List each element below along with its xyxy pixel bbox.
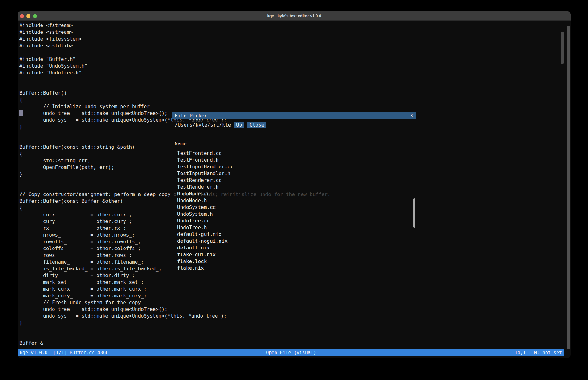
app-window: kge - kyle's text editor v1.0.0 #include… <box>18 11 571 358</box>
code-line: #include "UndoTree.h" <box>19 69 330 76</box>
file-picker-dialog: File Picker X /Users/kyle/src/kte Up Clo… <box>172 112 416 265</box>
editor-scrollbar-thumb[interactable] <box>561 32 564 64</box>
editor-scrollbar-track[interactable] <box>567 26 570 349</box>
file-list-item[interactable]: TestInputHandler.cc <box>174 163 414 170</box>
minimize-window-icon[interactable] <box>26 14 30 18</box>
file-list-item[interactable]: UndoTree.h <box>174 224 414 231</box>
file-list-item[interactable]: default-gui.nix <box>174 231 414 238</box>
file-list-item[interactable]: UndoSystem.h <box>174 211 414 217</box>
code-line <box>19 333 330 340</box>
window-titlebar: kge - kyle's text editor v1.0.0 <box>18 11 571 21</box>
status-bar: kge v1.0.0 [1/1] Buffer.cc 486L Open Fil… <box>18 349 564 356</box>
code-line: mark_set_ = other.mark_set_; <box>19 279 330 286</box>
file-list-item[interactable]: default-nogui.nix <box>174 238 414 245</box>
code-line: #include <fstream> <box>19 22 330 29</box>
code-line: mark_cury_ = other.mark_cury_; <box>19 292 330 299</box>
code-line: // Fresh undo system for the copy <box>19 299 330 306</box>
code-line: #include <sstream> <box>19 29 330 36</box>
current-path: /Users/kyle/src/kte <box>175 122 231 128</box>
code-line: // Initialize undo system per buffer <box>19 103 330 110</box>
dialog-close-icon[interactable]: X <box>410 113 416 119</box>
code-line: #include "Buffer.h" <box>19 56 330 63</box>
file-picker-body: /Users/kyle/src/kte Up Close Name TestFr… <box>172 120 416 265</box>
path-row: /Users/kyle/src/kte Up Close <box>175 122 266 128</box>
close-button[interactable]: Close <box>247 122 266 128</box>
status-mode: Open File (visual) <box>18 350 564 355</box>
file-list: TestFrontend.ccTestFrontend.hTestInputHa… <box>174 148 414 271</box>
file-list-item[interactable]: TestInputHandler.h <box>174 170 414 177</box>
file-picker-titlebar[interactable]: File Picker X <box>172 112 416 119</box>
file-list-item[interactable]: UndoTree.cc <box>174 217 414 224</box>
file-list-item[interactable]: TestRenderer.h <box>174 184 414 190</box>
header-separator <box>172 139 416 139</box>
file-rows: TestFrontend.ccTestFrontend.hTestInputHa… <box>174 150 414 271</box>
file-list-item[interactable]: flake-gui.nix <box>174 251 414 258</box>
traffic-lights <box>20 14 37 18</box>
code-line <box>19 83 330 90</box>
code-line: Buffer & <box>19 340 330 347</box>
code-line <box>19 326 330 333</box>
window-title: kge - kyle's text editor v1.0.0 <box>267 14 321 18</box>
file-list-item[interactable]: TestRenderer.cc <box>174 177 414 184</box>
file-picker-title: File Picker <box>172 113 207 119</box>
code-line: #include "UndoSystem.h" <box>19 63 330 69</box>
file-list-item[interactable]: flake.lock <box>174 258 414 265</box>
code-line: undo_sys_ = std::make_unique<UndoSystem>… <box>19 313 330 319</box>
file-list-item[interactable]: UndoNode.h <box>174 197 414 204</box>
code-line <box>19 49 330 56</box>
code-line: Buffer::Buffer() <box>19 90 330 96</box>
code-line: #include <cstdlib> <box>19 42 330 49</box>
code-line: } <box>19 319 330 326</box>
code-line: #include <filesystem> <box>19 36 330 42</box>
file-list-item[interactable]: default.nix <box>174 245 414 251</box>
file-list-item[interactable]: TestFrontend.cc <box>174 150 414 157</box>
code-line: mark_curx_ = other.mark_curx_; <box>19 286 330 292</box>
name-column-header: Name <box>175 141 187 147</box>
code-line: { <box>19 96 330 103</box>
code-line: dirty_ = other.dirty_; <box>19 272 330 279</box>
file-list-item[interactable]: TestFrontend.h <box>174 157 414 163</box>
code-line <box>19 76 330 83</box>
text-cursor <box>19 110 23 116</box>
close-window-icon[interactable] <box>20 14 24 18</box>
code-line: undo_tree_ = std::make_unique<UndoTree>(… <box>19 306 330 313</box>
file-list-item[interactable]: UndoNode.cc <box>174 190 414 197</box>
status-cursor-info: 14,1 | M: not set <box>514 350 562 355</box>
zoom-window-icon[interactable] <box>33 14 37 18</box>
up-button[interactable]: Up <box>234 122 244 128</box>
file-list-item[interactable]: flake.nix <box>174 265 414 271</box>
file-list-scrollbar-thumb[interactable] <box>413 198 415 228</box>
file-list-item[interactable]: UndoSystem.cc <box>174 204 414 211</box>
